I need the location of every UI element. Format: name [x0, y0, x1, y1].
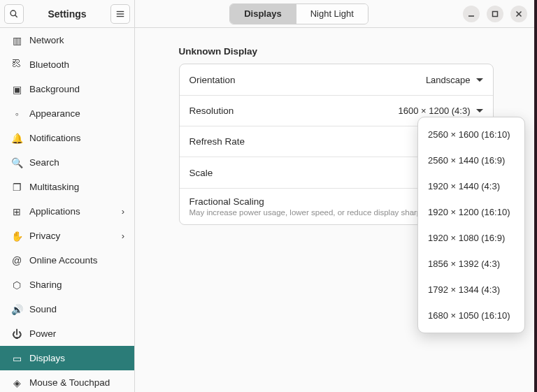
hamburger-button[interactable] — [110, 4, 130, 24]
resolution-option[interactable]: 1792 × 1344 (4:3) — [418, 277, 524, 303]
sidebar-item-apps[interactable]: ⊞Applications› — [0, 199, 134, 224]
sidebar-item-background[interactable]: ▣Background — [0, 77, 134, 101]
section-title: Unknown Display — [179, 46, 494, 57]
chevron-right-icon: › — [122, 206, 124, 217]
maximize-icon — [492, 10, 499, 17]
power-icon: ⏻ — [10, 328, 24, 340]
close-icon — [515, 10, 522, 17]
search-icon: 🔍 — [10, 157, 24, 168]
sidebar-item-displays[interactable]: ▭Displays — [0, 346, 134, 370]
sidebar-item-label: Applications — [29, 206, 80, 217]
sidebar-item-label: Network — [29, 35, 64, 45]
sidebar-item-notifications[interactable]: 🔔Notifications — [0, 126, 134, 150]
desktop-edge — [534, 0, 537, 392]
bluetooth-icon: ಔ — [10, 59, 24, 71]
tab-switcher: Displays Night Light — [229, 3, 368, 24]
svg-line-1 — [15, 15, 17, 17]
svg-rect-6 — [493, 11, 498, 16]
sidebar: ▥NetworkಔBluetooth▣Background◦Appearance… — [0, 28, 135, 392]
resolution-option[interactable]: 2560 × 1600 (16:10) — [418, 122, 524, 147]
sidebar-item-label: Displays — [29, 353, 65, 363]
resolution-dropdown: 2560 × 1600 (16:10)2560 × 1440 (16:9)192… — [417, 117, 525, 333]
hamburger-icon — [115, 9, 125, 19]
sidebar-item-bluetooth[interactable]: ಔBluetooth — [0, 52, 134, 77]
displays-icon: ▭ — [10, 353, 24, 364]
chevron-down-icon — [476, 78, 483, 82]
sidebar-item-label: Notifications — [29, 133, 81, 143]
resolution-option[interactable]: 1680 × 1050 (16:10) — [418, 303, 524, 328]
network-icon: ▥ — [10, 35, 24, 46]
orientation-label: Orientation — [189, 75, 236, 85]
svg-point-0 — [10, 10, 16, 16]
headerbar-center: Displays Night Light — [135, 3, 463, 24]
fractional-scaling-label: Fractional Scaling — [189, 196, 264, 207]
search-icon — [9, 9, 19, 19]
resolution-option[interactable]: 1856 × 1392 (4:3) — [418, 251, 524, 277]
sidebar-item-label: Appearance — [29, 108, 80, 119]
sidebar-item-sharing[interactable]: ⬡Sharing — [0, 273, 134, 297]
refresh-rate-label: Refresh Rate — [189, 136, 245, 147]
sidebar-item-network[interactable]: ▥Network — [0, 28, 134, 52]
chevron-right-icon: › — [122, 231, 124, 241]
sidebar-item-label: Mouse & Touchpad — [29, 377, 110, 388]
sidebar-item-label: Bluetooth — [29, 59, 69, 70]
settings-title: Settings — [24, 8, 110, 20]
sidebar-item-label: Sharing — [29, 280, 62, 290]
headerbar-right — [463, 6, 537, 22]
notifications-icon: 🔔 — [10, 133, 24, 144]
sidebar-item-appearance[interactable]: ◦Appearance — [0, 101, 134, 126]
resolution-option[interactable]: 1920 × 1200 (16:10) — [418, 199, 524, 225]
sidebar-item-power[interactable]: ⏻Power — [0, 321, 134, 346]
orientation-value: Landscape — [426, 75, 471, 85]
tab-night-light[interactable]: Night Light — [296, 4, 368, 24]
resolution-option[interactable]: 1920 × 1440 (4:3) — [418, 173, 524, 199]
sidebar-item-label: Sound — [29, 304, 57, 314]
appearance-icon: ◦ — [10, 108, 24, 119]
scale-label: Scale — [189, 168, 213, 178]
minimize-button[interactable] — [463, 6, 480, 22]
minimize-icon — [468, 10, 475, 17]
online-icon: @ — [10, 255, 24, 266]
sidebar-item-privacy[interactable]: ✋Privacy› — [0, 224, 134, 248]
sound-icon: 🔊 — [10, 304, 24, 315]
maximize-button[interactable] — [487, 6, 503, 22]
resolution-value: 1600 × 1200 (4:3) — [399, 106, 471, 116]
headerbar: Settings Displays Night Light — [0, 0, 537, 28]
close-button[interactable] — [510, 6, 527, 22]
sidebar-item-label: Power — [29, 328, 56, 339]
resolution-option[interactable]: 1920 × 1080 (16:9) — [418, 225, 524, 251]
sidebar-item-online[interactable]: @Online Accounts — [0, 248, 134, 273]
multitask-icon: ❐ — [10, 182, 24, 193]
sharing-icon: ⬡ — [10, 280, 24, 291]
sidebar-item-label: Privacy — [29, 231, 60, 241]
tab-displays[interactable]: Displays — [230, 4, 295, 24]
orientation-row[interactable]: Orientation Landscape — [180, 64, 493, 95]
resolution-label: Resolution — [189, 106, 234, 116]
search-button[interactable] — [4, 4, 24, 24]
sidebar-item-label: Online Accounts — [29, 255, 98, 266]
apps-icon: ⊞ — [10, 206, 24, 217]
sidebar-item-sound[interactable]: 🔊Sound — [0, 297, 134, 321]
sidebar-item-multitask[interactable]: ❐Multitasking — [0, 175, 134, 199]
sidebar-item-search[interactable]: 🔍Search — [0, 150, 134, 175]
sidebar-item-mouse[interactable]: ◈Mouse & Touchpad — [0, 370, 134, 392]
chevron-down-icon — [476, 109, 483, 112]
fractional-scaling-desc: May increase power usage, lower speed, o… — [189, 208, 441, 217]
sidebar-item-label: Multitasking — [29, 182, 79, 192]
mouse-icon: ◈ — [10, 377, 24, 389]
privacy-icon: ✋ — [10, 231, 24, 242]
resolution-option[interactable]: 2560 × 1440 (16:9) — [418, 147, 524, 173]
sidebar-item-label: Search — [29, 157, 59, 168]
headerbar-left: Settings — [0, 0, 135, 27]
sidebar-item-label: Background — [29, 84, 80, 94]
background-icon: ▣ — [10, 84, 24, 95]
